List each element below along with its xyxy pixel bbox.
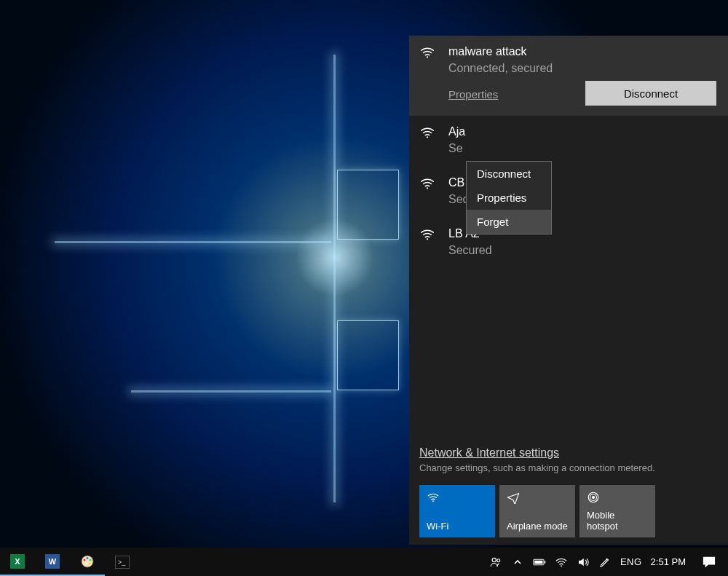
svg-point-11 (84, 559, 86, 561)
wifi-tray-icon[interactable] (555, 556, 568, 569)
svg-text:X: X (15, 557, 20, 566)
svg-point-3 (427, 238, 428, 240)
tile-label: Wi-Fi (427, 521, 488, 532)
wifi-icon (419, 125, 435, 141)
network-status: Secured (448, 242, 492, 259)
network-item[interactable]: LB A2 Secured (409, 218, 728, 269)
language-indicator[interactable]: ENG (620, 556, 642, 567)
svg-point-1 (427, 136, 428, 138)
system-tray: ENG 2:51 PM (489, 548, 728, 576)
context-menu-item-disconnect[interactable]: Disconnect (467, 162, 551, 186)
volume-icon[interactable] (577, 556, 590, 569)
hotspot-icon (587, 491, 648, 504)
network-settings-link[interactable]: Network & Internet settings (419, 446, 559, 459)
action-center-icon[interactable] (695, 548, 724, 576)
people-icon[interactable] (489, 556, 502, 569)
chevron-up-icon[interactable] (511, 556, 524, 569)
tile-label: Airplane mode (507, 521, 568, 532)
network-name: Aja (448, 125, 465, 139)
tile-airplane-mode[interactable]: Airplane mode (499, 485, 575, 537)
taskbar-app-word[interactable]: W (35, 548, 70, 576)
svg-point-5 (593, 497, 595, 499)
wifi-icon (419, 44, 435, 60)
tile-mobile-hotspot[interactable]: Mobile hotspot (579, 485, 655, 537)
disconnect-button[interactable]: Disconnect (585, 81, 716, 106)
taskbar-app-cmd[interactable]: >_ (105, 548, 140, 576)
svg-rect-21 (534, 560, 542, 564)
wifi-icon (427, 491, 488, 504)
svg-rect-20 (545, 561, 546, 563)
network-flyout: malware attack Connected, secured Proper… (409, 36, 728, 545)
network-settings-desc: Change settings, such as making a connec… (419, 462, 718, 473)
svg-point-2 (427, 187, 428, 189)
context-menu-item-forget[interactable]: Forget (467, 210, 551, 234)
properties-link[interactable]: Properties (448, 88, 498, 100)
network-context-menu: DisconnectPropertiesForget (466, 161, 552, 234)
network-status: Connected, secured (448, 60, 553, 76)
taskbar-app-paint[interactable] (70, 548, 105, 576)
svg-text:>_: >_ (118, 559, 126, 566)
svg-point-13 (90, 559, 92, 561)
svg-point-0 (427, 56, 428, 58)
plane-icon (507, 491, 568, 504)
clock[interactable]: 2:51 PM (651, 556, 686, 567)
battery-icon[interactable] (533, 556, 546, 569)
svg-point-17 (492, 558, 496, 561)
wifi-icon (419, 175, 435, 192)
wifi-icon (419, 226, 435, 242)
pen-icon[interactable] (598, 556, 612, 569)
svg-point-4 (432, 500, 434, 502)
svg-point-22 (561, 565, 562, 567)
tile-label: Mobile hotspot (587, 510, 648, 532)
taskbar-app-excel[interactable]: X (0, 548, 35, 576)
network-name: malware attack (448, 44, 553, 59)
network-item-connected[interactable]: malware attack Connected, secured Proper… (409, 36, 728, 116)
taskbar: X W >_ ENG 2:51 PM (0, 548, 728, 576)
flyout-bottom: Network & Internet settings Change setti… (409, 446, 728, 545)
svg-point-12 (87, 557, 89, 559)
svg-point-18 (497, 559, 500, 561)
network-item[interactable]: Aja Se (409, 116, 728, 167)
svg-text:W: W (49, 557, 57, 566)
svg-point-14 (89, 562, 91, 564)
network-item[interactable]: CB Secured (409, 167, 728, 218)
network-status: Se (448, 141, 465, 157)
tile-wi-fi[interactable]: Wi-Fi (419, 485, 495, 537)
context-menu-item-properties[interactable]: Properties (467, 186, 551, 210)
